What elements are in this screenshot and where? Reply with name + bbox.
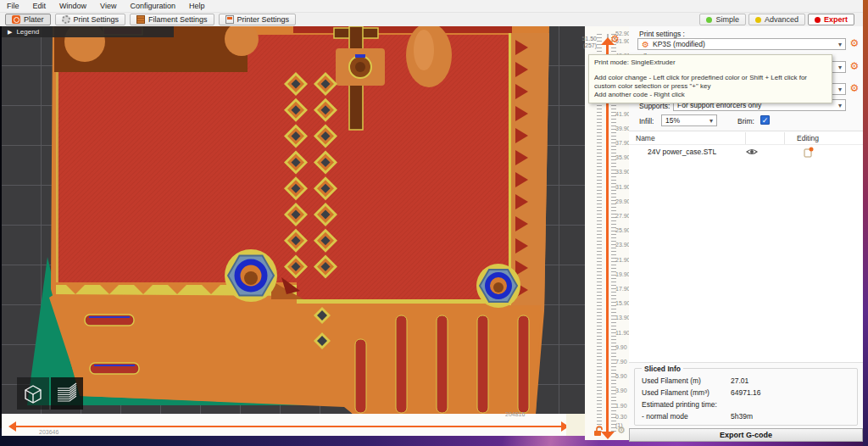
mode-label: Simple xyxy=(715,15,739,24)
sliced-info-title: Sliced Info xyxy=(642,365,683,373)
column-editing: Editing xyxy=(797,134,819,142)
tab-plater-icon xyxy=(12,15,20,24)
sliced-info-value: 64971.16 xyxy=(731,388,760,397)
slider-settings-gear-icon[interactable]: ⚙ xyxy=(617,426,626,435)
mode-simple-button[interactable]: Simple xyxy=(699,14,746,25)
legend-toggle[interactable]: ▶ Legend xyxy=(2,26,174,37)
tooltip: Print mode: SingleExtruder Add color cha… xyxy=(588,54,832,103)
tab-label: Printer Settings xyxy=(237,15,290,24)
print-settings-select[interactable]: ⚙ KP3S (modified) ▾ xyxy=(637,38,846,50)
tab-printer-settings[interactable]: Printer Settings xyxy=(219,14,297,25)
sliced-model-preview[interactable] xyxy=(2,26,585,414)
sliced-info-value: 5h39m xyxy=(731,412,753,421)
tab-printer-settings-icon xyxy=(225,15,234,24)
column-name: Name xyxy=(636,134,655,142)
hslider-max-label: 204816 xyxy=(505,411,525,417)
tab-plater[interactable]: Plater xyxy=(5,14,51,25)
3d-viewport[interactable]: ▶ Legend xyxy=(2,26,585,414)
menu-bar: FileEditWindowViewConfigurationHelp xyxy=(0,0,863,13)
layer-tick-label: 15.90 xyxy=(615,300,631,306)
view-toggle-3d-button[interactable] xyxy=(17,377,49,410)
infill-select[interactable]: 15% ▾ xyxy=(661,114,717,126)
tooltip-body: Add color change - Left click for predef… xyxy=(594,74,826,99)
model-body xyxy=(49,26,549,414)
unlock-sliders-button[interactable] xyxy=(593,425,604,440)
layer-tick-label: 35.90 xyxy=(615,154,631,160)
chevron-down-icon: ▾ xyxy=(838,41,842,48)
tooltip-title: Print mode: SingleExtruder xyxy=(594,59,826,67)
menu-item-configuration[interactable]: Configuration xyxy=(130,2,175,10)
menu-item-edit[interactable]: Edit xyxy=(33,2,47,10)
sliced-info-row: Estimated printing time: xyxy=(642,400,852,409)
filament-gear-button[interactable]: ⚙ xyxy=(849,61,860,73)
tab-print-settings-icon xyxy=(62,15,70,24)
layer-tick-label: 27.90 xyxy=(615,213,631,219)
sliced-info-row: - normal mode5h39m xyxy=(642,412,852,421)
layer-tick-label: 5.90 xyxy=(615,373,627,379)
infill-value: 15% xyxy=(665,116,680,125)
object-name: 24V power_case.STL xyxy=(648,148,716,156)
slider-corner-box xyxy=(566,414,585,436)
edit-object-button[interactable] xyxy=(804,147,814,159)
tab-label: Plater xyxy=(24,15,44,24)
hex-boss-right xyxy=(476,264,520,308)
layer-tick-label: 39.90 xyxy=(615,125,631,131)
legend-expand-icon: ▶ xyxy=(8,29,12,36)
tab-label: Filament Settings xyxy=(148,15,208,24)
application-window: FileEditWindowViewConfigurationHelp Plat… xyxy=(0,0,868,446)
layer-tick-label: 29.90 xyxy=(615,198,631,204)
chevron-down-icon: ▾ xyxy=(709,117,713,125)
mode-label: Expert xyxy=(824,15,848,24)
sliced-info-label: Used Filament (m) xyxy=(642,376,701,385)
menu-item-help[interactable]: Help xyxy=(189,2,205,10)
layer-tick-label: 41.90 xyxy=(615,111,631,117)
layer-tick-label: 1.90 xyxy=(615,403,627,409)
layer-tick-label: 23.90 xyxy=(615,242,631,248)
layer-tick-label: 0.30 xyxy=(615,414,627,420)
column-divider xyxy=(784,132,785,144)
tab-bar: PlaterPrint SettingsFilament SettingsPri… xyxy=(0,13,863,26)
layer-tick-label: 13.90 xyxy=(615,315,631,321)
objects-table: Name Editing 24V power_case.STL xyxy=(629,131,863,363)
mode-expert-button[interactable]: Expert xyxy=(808,14,854,25)
layer-tick-label: 37.90 xyxy=(615,140,631,146)
current-layer-label: 51.50 (257) xyxy=(570,36,597,49)
menu-item-window[interactable]: Window xyxy=(59,2,86,10)
add-color-change-button[interactable]: ⚙ xyxy=(610,34,620,44)
visibility-eye-icon[interactable] xyxy=(746,148,758,158)
tooltip-line: Add another code - Right click xyxy=(594,91,826,99)
printer-gear-button[interactable]: ⚙ xyxy=(849,83,860,95)
layer-tick-label: 17.90 xyxy=(615,286,631,292)
layer-tick-label: 19.90 xyxy=(615,271,631,277)
brim-checkbox[interactable]: ✓ xyxy=(760,115,770,125)
tab-label: Print Settings xyxy=(74,15,120,24)
chevron-down-icon: ▾ xyxy=(838,102,842,109)
table-header: Name Editing xyxy=(629,131,863,145)
table-row[interactable]: 24V power_case.STL xyxy=(629,145,863,159)
mode-advanced-button[interactable]: Advanced xyxy=(748,14,805,25)
mode-label: Advanced xyxy=(765,15,798,24)
layer-tick-label: 3.90 xyxy=(615,387,627,393)
sliced-info-group: Sliced Info Used Filament (m)27.01Used F… xyxy=(634,368,858,426)
layer-tick-label: 21.90 xyxy=(615,257,631,263)
menu-item-view[interactable]: View xyxy=(100,2,116,10)
tooltip-line: Add color change - Left click for predef… xyxy=(594,74,826,91)
layer-tick-label: 31.90 xyxy=(615,184,631,190)
tab-filament-settings[interactable]: Filament Settings xyxy=(130,14,214,25)
print-settings-label: Print settings : xyxy=(639,30,685,38)
desktop-wallpaper-edge xyxy=(863,0,868,446)
print-settings-value: KP3S (modified) xyxy=(653,40,705,48)
sliced-info-label: Estimated printing time: xyxy=(642,400,717,409)
advanced-mode-dot-icon xyxy=(755,17,761,23)
layer-tick-label: 9.90 xyxy=(615,344,627,350)
mode-buttons: SimpleAdvancedExpert xyxy=(699,14,854,25)
view-toggle-layers-button[interactable] xyxy=(51,377,83,410)
horizontal-slider-track[interactable] xyxy=(15,426,563,427)
export-gcode-button[interactable]: Export G-code xyxy=(629,428,863,442)
preset-gear-icon: ⚙ xyxy=(642,40,649,49)
chevron-down-icon: ▾ xyxy=(838,64,842,71)
print-settings-gear-button[interactable]: ⚙ xyxy=(849,38,860,50)
tab-print-settings[interactable]: Print Settings xyxy=(55,14,126,25)
layer-tick-label: 11.90 xyxy=(615,330,630,336)
menu-item-file[interactable]: File xyxy=(7,2,19,10)
